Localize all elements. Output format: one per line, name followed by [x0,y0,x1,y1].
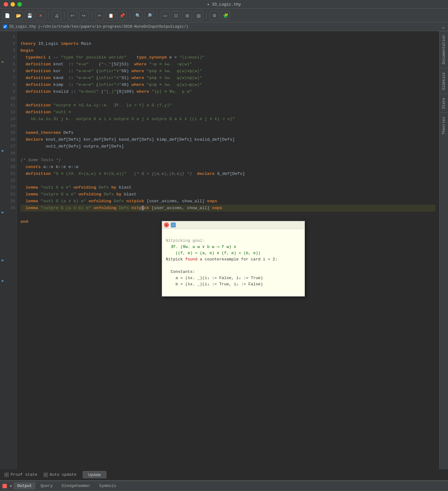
update-button[interactable]: Update [83,471,106,478]
nitpick-popup: ✕ → Nitpicking goal: ∃f. (∀w. a w ∨ b w … [162,221,305,297]
sep2 [64,12,65,19]
cut-button[interactable]: ✂ [95,11,104,20]
bottom-tabs: ▾ Output Query Sledgehammer Symbols [0,481,448,491]
tab-symbols[interactable]: Symbols [96,482,120,489]
split-button[interactable]: ⊡ [171,11,181,20]
proof-state-label: Proof state [11,472,37,477]
gutter-arrow-3[interactable]: ▶ [0,209,6,216]
gutter-arrow-2[interactable]: ▶ [0,147,6,154]
sidebar-tab-theories[interactable]: Theories [440,113,448,138]
auto-update-checkbox-item: ✓ Auto update [44,472,77,477]
settings-button[interactable]: ⚙ [210,11,219,20]
code-container: ▶ ▶ ▶ ▶ ▶ 12345 678910 1112131415 161718… [0,31,439,469]
proof-state-checkbox[interactable]: ✓ [4,473,9,477]
gutter-arrow-1[interactable]: ▶ [0,58,6,65]
close-file-button[interactable]: ✕ [36,11,45,20]
sidebar-tab-state[interactable]: State [440,94,448,113]
window-controls[interactable] [4,2,22,7]
titlebar: ✦ IO_Logic.thy [0,0,448,9]
find-button[interactable]: 🔍 [133,11,142,20]
auto-update-label: Auto update [50,472,77,477]
window-title: ✦ IO_Logic.thy [207,2,241,7]
tab-output[interactable]: Output [14,482,36,489]
popup-close-button[interactable]: ✕ [164,222,169,227]
line-numbers: 12345 678910 1112131415 1617181920 21222… [6,31,17,469]
sep6 [206,12,207,19]
tab-sledgehammer[interactable]: Sledgehammer [58,482,94,489]
paste-button[interactable]: 📌 [117,11,127,20]
sep4 [130,12,130,19]
new-file-button[interactable]: 📄 [2,11,12,20]
sep3 [91,12,92,19]
undo-button[interactable]: ↩ [68,11,77,20]
proof-state-bar: ✓ Proof state ✓ Auto update Update [0,469,448,480]
print-button[interactable]: 🖨 [52,11,61,20]
gutter-arrow-4[interactable]: ▶ [0,257,6,264]
gutter-arrow-5[interactable]: ▶ [0,278,6,284]
find-replace-button[interactable]: 🔎 [144,11,154,20]
bottom-panel: ▾ Output Query Sledgehammer Symbols Nitp… [0,480,448,491]
pathbar-arrow[interactable]: ⌄ [442,24,445,30]
file-path: IO_Logic.thy (~/chris/trunk/tex/papers/i… [9,25,442,29]
sep5 [157,12,157,19]
toolbar: 📄 📂 💾 ✕ 🖨 ↩ ↪ ✂ 📋 📌 🔍 🔎 ▭ ⊡ ⊞ ▤ ⚙ 🧩 [0,9,448,22]
view-button[interactable]: ⊞ [183,11,192,20]
copy-button[interactable]: 📋 [106,11,115,20]
panel-button[interactable]: ▭ [160,11,170,20]
pathbar-checkbox[interactable] [3,25,7,29]
bottom-arrow[interactable]: ▾ [9,483,12,489]
right-sidebar: Documentation Sidekick State Theories [439,31,448,469]
auto-update-checkbox[interactable]: ✓ [44,473,48,477]
minimize-button[interactable] [11,2,15,7]
save-file-button[interactable]: 💾 [25,11,34,20]
gutter: ▶ ▶ ▶ ▶ ▶ [0,31,6,469]
close-button[interactable] [4,2,8,7]
popup-forward-button[interactable]: → [171,222,176,227]
bottom-close-button[interactable] [2,484,7,488]
sidebar-button[interactable]: ▤ [194,11,203,20]
pathbar: IO_Logic.thy (~/chris/trunk/tex/papers/i… [0,22,448,31]
sidebar-tab-sidekick[interactable]: Sidekick [440,68,448,94]
popup-body: Nitpicking goal: ∃f. (∀w. a w ∨ b w ⟶ f … [162,229,305,296]
popup-header: ✕ → [162,221,305,229]
editor-area: ▶ ▶ ▶ ▶ ▶ 12345 678910 1112131415 161718… [0,31,439,469]
plugin-button[interactable]: 🧩 [221,11,230,20]
proof-state-checkbox-item: ✓ Proof state [4,472,37,477]
sep1 [49,12,49,19]
open-file-button[interactable]: 📂 [14,11,23,20]
redo-button[interactable]: ↪ [79,11,88,20]
main-area: ▶ ▶ ▶ ▶ ▶ 12345 678910 1112131415 161718… [0,31,448,469]
sidebar-tab-documentation[interactable]: Documentation [440,31,448,68]
tab-query[interactable]: Query [37,482,56,489]
maximize-button[interactable] [17,2,22,7]
